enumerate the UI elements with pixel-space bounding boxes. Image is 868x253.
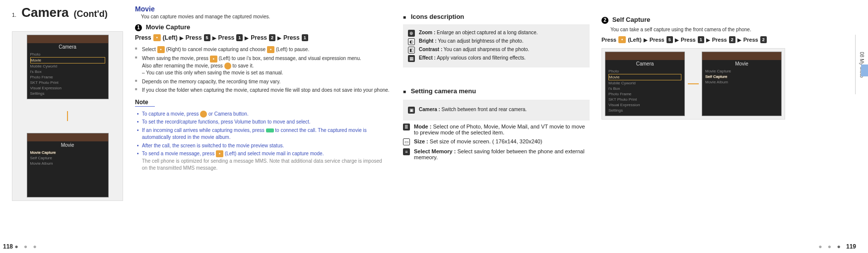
connect-key-icon [266, 128, 274, 132]
def-camera: ▣ Camera : Switch between front and rear… [408, 107, 585, 114]
softkey-orange-icon: • [267, 46, 274, 53]
page-number-right: ● ● ● 119 [818, 243, 856, 250]
effect-icon: ▦ [408, 55, 415, 62]
def-contrast: ◧ Contrast : You can adjust sharpness of… [408, 47, 585, 54]
circled-1-icon: 1 [135, 24, 142, 31]
softkey-orange-icon: • [210, 56, 217, 63]
movie-heading: Movie [135, 5, 391, 13]
key-1-icon: 1 [698, 36, 704, 43]
title-num: 1. [12, 12, 16, 18]
def-bright: ◐ Bright : You can adjust brightness of … [408, 38, 585, 45]
phone-screen-1: Camera Photo Movie Mobile Cyworld i's Bo… [27, 35, 109, 99]
movie-desc: You can capture movies and manage the ca… [135, 14, 391, 19]
settings-list: ▣ Camera : Switch between front and rear… [403, 99, 590, 164]
round-key-icon [224, 63, 231, 69]
key-1-icon: 1 [236, 34, 243, 41]
size-icon: ▭ [403, 138, 410, 145]
self-capture-sequence: Press • (Left) ▶ Press 5 ▶ Press 1 ▶ Pre… [601, 36, 838, 43]
triangle-right-icon: ▶ [706, 37, 710, 43]
page-number-left: 118 ● ● ● [3, 243, 39, 250]
side-blue-marker [861, 64, 868, 76]
self-capture-heading: 2 Self Capture [601, 16, 838, 24]
softkey-orange-icon: • [618, 36, 626, 43]
zoom-icon: ⊕ [408, 30, 415, 37]
def-memory: ≡ Select Memory : Select saving folder b… [403, 148, 590, 160]
contrast-icon: ◧ [408, 47, 415, 54]
softkey-orange-icon: • [157, 46, 165, 53]
bright-icon: ◐ [408, 38, 415, 45]
mode-icon: ≣ [403, 124, 410, 130]
arrow-right-icon [688, 52, 699, 116]
phone1-title: Camera [27, 43, 108, 51]
bullet-3: Depends on the memory capacity, the reco… [135, 78, 391, 85]
phone-screens-right: Camera Photo Movie Mobile Cyworld i's Bo… [601, 48, 785, 120]
phone2-title: Movie [27, 141, 108, 149]
note-1: To capture a movie, press or Camera butt… [142, 111, 387, 118]
icons-heading: ■ Icons description [403, 13, 590, 20]
icons-def-box: ⊕ Zoom : Enlarge an object captured at a… [403, 24, 590, 67]
key-2b-icon: 2 [760, 36, 767, 43]
bullet-1: Select • (Right) to cancel movie capturi… [135, 46, 391, 53]
phone-screen-right-b: Movie Movie Capture Self Capture Movie A… [702, 52, 782, 116]
note-4: After the call, the screen is switched t… [142, 142, 387, 150]
square-bullet-icon: ■ [403, 89, 406, 94]
page-title: 1. Camera (Cont'd) [12, 5, 123, 20]
def-effect: ▦ Effect : Apply various colors and filt… [408, 55, 585, 62]
arrow-down-icon [67, 111, 68, 121]
note-5: To send a movie message, press • (Left) … [142, 150, 387, 172]
memory-icon: ≡ [403, 148, 410, 155]
triangle-right-icon: ▶ [212, 35, 216, 41]
key-2-icon: 2 [729, 36, 735, 43]
note-box: To capture a movie, press or Camera butt… [135, 107, 391, 176]
triangle-right-icon: ▶ [277, 35, 281, 41]
triangle-right-icon: ▶ [737, 37, 741, 43]
triangle-right-icon: ▶ [180, 35, 184, 41]
note-3: If an incoming call arrives while captur… [142, 127, 387, 141]
movie-capture-sequence: Press • (Left) ▶ Press 5 ▶ Press 1 ▶ Pre… [135, 34, 391, 41]
movie-bullets: Select • (Right) to cancel movie capturi… [135, 46, 391, 94]
phone-screen-right-a: Camera Photo Movie Mobile Cyworld i's Bo… [605, 52, 685, 116]
key-5-icon: 5 [204, 34, 210, 41]
triangle-right-icon: ▶ [245, 35, 249, 41]
title-cont: (Cont'd) [74, 9, 108, 19]
self-desc: You can take a self capture using the fr… [601, 27, 838, 32]
def-zoom: ⊕ Zoom : Enlarge an object captured at a… [408, 30, 585, 37]
bullet-4: If you close the folder when capturing t… [135, 87, 391, 94]
round-key-icon [200, 111, 207, 118]
circled-2-icon: 2 [601, 17, 608, 24]
title-word: Camera [21, 5, 68, 20]
triangle-right-icon: ▶ [644, 37, 648, 43]
phone-screen-2: Movie Movie Capture Self Capture Movie A… [27, 133, 109, 197]
key-1b-icon: 1 [302, 34, 308, 41]
phone1-menu: Photo Movie Mobile Cyworld i's Box Photo… [27, 51, 108, 97]
square-bullet-icon: ■ [403, 14, 406, 20]
def-mode: ≣ Mode : Select one of Photo, Movie, Mov… [403, 124, 590, 135]
key-2-icon: 2 [269, 34, 275, 41]
bullet-2: When saving the movie, press • (Left) to… [135, 55, 391, 76]
note-2: To set the record/capture functions, pre… [142, 119, 387, 126]
note-heading: Note [135, 99, 155, 107]
def-size: ▭ Size : Set size of movie screen. ( 176… [403, 138, 590, 145]
phone-screens-left: Camera Photo Movie Mobile Cyworld i's Bo… [12, 31, 123, 201]
softkey-orange-icon: • [216, 150, 223, 157]
movie-capture-heading: 1 Movie Capture [135, 23, 391, 31]
phone2-menu: Movie Capture Self Capture Movie Album [27, 149, 108, 167]
setting-heading: ■ Setting camera menu [403, 87, 590, 95]
camera-icon: ▣ [408, 107, 415, 114]
key-5-icon: 5 [667, 36, 673, 43]
softkey-orange-icon: • [153, 34, 161, 41]
triangle-right-icon: ▶ [675, 37, 679, 43]
